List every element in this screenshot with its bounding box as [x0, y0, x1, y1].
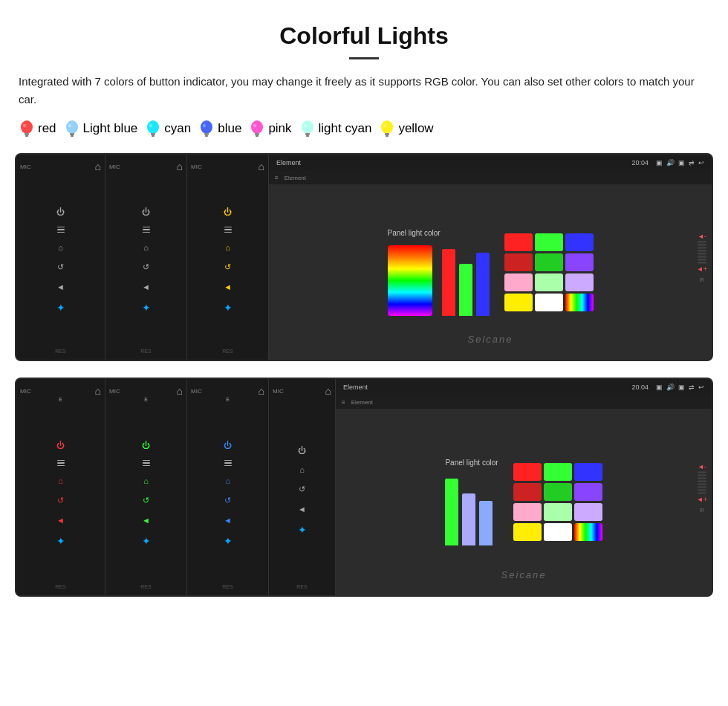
left-icon-2: ◄ [142, 282, 150, 291]
res-label-b1: RES [55, 584, 65, 589]
sp-icons-b4: ⏻ ⌂ ↺ ◄ ✦ [298, 403, 307, 578]
sp-top-2: MIC ⌂ [109, 161, 183, 172]
svg-point-4 [66, 120, 78, 134]
sp-top-b3: MIC ⌂ [191, 385, 264, 397]
bot-grid-cell-3[interactable] [513, 483, 542, 501]
menu-icon-b1 [57, 460, 65, 467]
title-divider [349, 57, 379, 59]
svg-rect-5 [70, 133, 74, 135]
bot-color-bar-blue2 [479, 501, 493, 545]
bot-grid-cell-2[interactable] [574, 463, 602, 481]
nav-icon-b4: ⌂ [299, 465, 305, 474]
left-icon-b3: ◄ [224, 516, 232, 525]
bot-side-panel-2: MIC ⌂ E ⏻ ⌂ ↺ ◄ ✦ RES [105, 379, 187, 595]
bot-display-body: Panel light color [336, 409, 712, 595]
screen-icon-b: ▣ [678, 383, 685, 391]
bulb-icon-red [19, 119, 35, 138]
bot-grid-cell-4[interactable] [544, 483, 572, 501]
grid-cell-3[interactable] [504, 253, 533, 271]
grid-cell-10[interactable] [535, 294, 563, 311]
top-topbar-icons: ▣ 🔊 ▣ ⇌ ↩ [656, 159, 704, 166]
bot-grid-cell-6[interactable] [513, 503, 542, 521]
svg-point-19 [253, 124, 256, 128]
back-icon-b: ↩ [698, 383, 704, 391]
home-icon-b4: ⌂ [325, 385, 331, 397]
power-icon-b2: ⏻ [142, 441, 150, 450]
sp-icons-b1: ⏻ ⌂ ↺ ◄ ✦ [56, 409, 65, 578]
bot-grid-cell-8[interactable] [574, 503, 602, 521]
refresh-icon-b4: ↺ [299, 485, 305, 494]
grid-cell-1[interactable] [535, 233, 563, 251]
sp-top-b1: MIC ⌂ [20, 385, 101, 397]
bot-bars-area: Panel light color [445, 459, 498, 545]
refresh-icon-1: ↺ [57, 262, 64, 272]
vol-minus-bot[interactable]: ◄- [698, 462, 706, 470]
top-time: 20:04 [631, 159, 649, 166]
svg-rect-18 [256, 135, 259, 137]
bot-side-panel-3: MIC ⌂ E ⏻ ⌂ ↺ ◄ ✦ RES [187, 379, 269, 595]
svg-rect-25 [385, 133, 389, 135]
grid-cell-6[interactable] [504, 273, 533, 291]
bot-grid-cell-5[interactable] [574, 483, 602, 501]
home-icon-1: ⌂ [95, 161, 101, 172]
bot-color-bar-lblue [462, 493, 475, 545]
back-icon: ↩ [698, 159, 704, 166]
color-label-blue: blue [218, 121, 241, 136]
res-label-2: RES [140, 349, 151, 354]
nav-icon-1: ⌂ [58, 243, 63, 252]
bot-grid-cell-1[interactable] [544, 463, 572, 481]
svg-rect-6 [71, 135, 74, 137]
res-label-3: RES [222, 349, 233, 354]
top-plc-label: Panel light color [388, 229, 441, 237]
bot-grid-cell-7[interactable] [544, 503, 572, 521]
bt-icon-b2: ✦ [142, 535, 151, 547]
grid-cell-11[interactable] [565, 294, 594, 311]
bot-vol-right: ◄- ◄+ IR [697, 462, 707, 512]
description: Integrated with 7 colors of button indic… [15, 73, 713, 109]
color-bar-blue [476, 253, 490, 316]
svg-rect-21 [305, 133, 310, 135]
svg-point-12 [201, 120, 212, 134]
grid-cell-4[interactable] [535, 253, 563, 271]
power-icon-b3: ⏻ [224, 441, 232, 450]
bottom-unit-row: MIC ⌂ E ⏻ ⌂ ↺ ◄ ✦ RES [15, 378, 713, 597]
bot-grid-cell-11[interactable] [574, 523, 602, 541]
vol-ticks-bot [698, 471, 706, 493]
hamburger-icon-bot: ≡ [342, 399, 345, 406]
bot-grid-cell-9[interactable] [513, 523, 542, 541]
mic-label-1: MIC [20, 163, 31, 170]
color-item-red: red [19, 119, 56, 138]
color-label-cyan: cyan [164, 121, 191, 136]
grid-cell-2[interactable] [565, 233, 594, 251]
e-label-b2: E [144, 397, 148, 402]
bot-display-subbar: ≡ Element [336, 395, 712, 409]
sp-icons-b3: ⏻ ⌂ ↺ ◄ ✦ [224, 409, 233, 578]
vol-plus-top[interactable]: ◄+ [697, 265, 707, 273]
bot-grid-cell-10[interactable] [544, 523, 572, 541]
grid-cell-7[interactable] [535, 273, 563, 291]
svg-point-16 [251, 120, 263, 134]
bulb-icon-lightcyan [299, 119, 316, 138]
grid-cell-8[interactable] [565, 273, 594, 291]
grid-cell-0[interactable] [504, 233, 533, 251]
menu-icon-b2 [143, 460, 150, 467]
grid-cell-9[interactable] [504, 294, 533, 311]
color-item-yellow: yellow [379, 119, 433, 138]
top-color-bars [388, 242, 490, 316]
bt-icon-2: ✦ [142, 302, 151, 314]
bot-color-bars [445, 471, 493, 545]
svg-point-24 [381, 120, 393, 134]
grid-cell-5[interactable] [565, 253, 594, 271]
color-item-blue: blue [198, 119, 241, 138]
svg-rect-13 [204, 133, 209, 135]
vol-minus-top[interactable]: ◄- [698, 233, 706, 240]
nav-icon-b3: ⌂ [225, 476, 230, 485]
bulb-icon-lightblue [64, 119, 80, 138]
bot-grid-cell-0[interactable] [513, 463, 542, 481]
svg-rect-17 [255, 133, 259, 135]
mic-label-b3: MIC [191, 388, 202, 395]
vol-plus-bot[interactable]: ◄+ [697, 495, 707, 502]
res-label-b4: RES [296, 584, 307, 589]
refresh-icon-2: ↺ [143, 262, 149, 272]
camera-icon: ▣ [656, 159, 663, 166]
